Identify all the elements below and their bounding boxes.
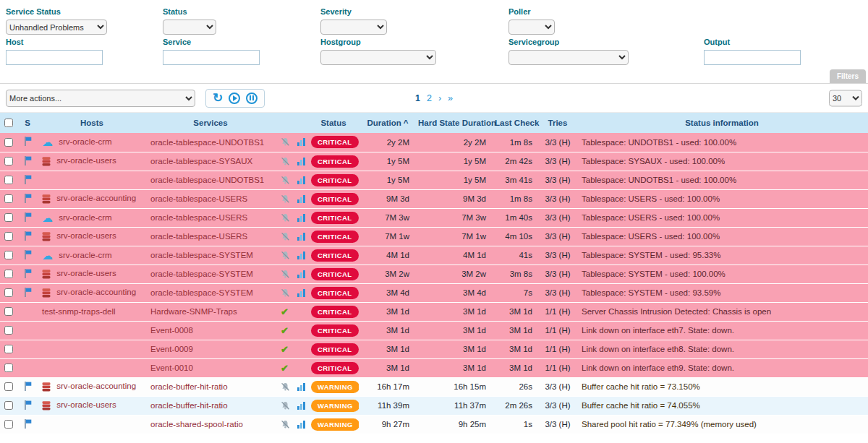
select-all-checkbox[interactable]	[4, 119, 13, 127]
poller-select[interactable]	[509, 20, 555, 35]
play-icon[interactable]	[229, 93, 240, 104]
service-link[interactable]: oracle-tablespace-SYSTEM	[150, 270, 253, 278]
row-checkbox[interactable]	[4, 382, 13, 391]
duration-cell: 3M 2w	[359, 264, 417, 283]
refresh-icon[interactable]: ↻	[213, 92, 223, 104]
service-link[interactable]: Event-0010	[150, 364, 193, 372]
next-page-icon[interactable]: ›	[438, 93, 441, 103]
chart-icon[interactable]	[297, 214, 305, 222]
service-link[interactable]: oracle-tablespace-UNDOTBS1	[150, 176, 264, 184]
host-input[interactable]	[6, 50, 103, 65]
chart-icon[interactable]	[297, 402, 305, 410]
chart-icon[interactable]	[297, 233, 305, 241]
status-badge: WARNING	[311, 418, 359, 431]
status-select[interactable]	[163, 20, 216, 35]
page-2[interactable]: 2	[427, 93, 432, 103]
chart-icon[interactable]	[297, 176, 305, 184]
more-actions-select[interactable]: More actions...	[6, 90, 195, 107]
table-row: ☁ oracle-shared-spool-ratio ✔ WARNING 9h…	[0, 415, 868, 434]
host-link[interactable]: srv-oracle-users	[56, 400, 116, 409]
host-link[interactable]: srv-oracle-users	[56, 231, 116, 240]
host-link[interactable]: srv-oracle-crm	[59, 250, 111, 259]
row-checkbox[interactable]	[4, 420, 13, 429]
service-link[interactable]: oracle-buffer-hit-ratio	[150, 401, 228, 410]
chart-icon[interactable]	[297, 158, 305, 165]
servicegroup-select[interactable]	[509, 50, 629, 65]
filters-tab[interactable]: Filters	[830, 69, 866, 83]
host-link[interactable]: srv-oracle-users	[56, 269, 116, 278]
host-link[interactable]: srv-oracle-accounting	[56, 288, 136, 296]
last-check-cell: 3M 1d	[493, 340, 540, 358]
host-link[interactable]: srv-oracle-crm	[59, 212, 111, 221]
service-status-table: S Hosts Services Status Duration^ Hard S…	[0, 113, 868, 434]
database-icon	[42, 157, 51, 166]
severity-select[interactable]	[320, 20, 387, 35]
service-link[interactable]: oracle-tablespace-USERS	[150, 232, 247, 241]
pause-icon[interactable]	[246, 93, 258, 104]
row-checkbox[interactable]	[4, 251, 13, 259]
service-link[interactable]: oracle-tablespace-SYSTEM	[150, 251, 253, 259]
host-link[interactable]: srv-oracle-accounting	[56, 194, 136, 202]
page-1[interactable]: 1	[415, 93, 420, 103]
last-check-cell: 1m 40s	[493, 208, 540, 227]
table-row: ☁ Event-0008 ✔ CRITICAL 3M 1d 3M 1d 3M 1…	[0, 321, 868, 340]
row-checkbox[interactable]	[4, 232, 13, 241]
row-checkbox[interactable]	[4, 213, 13, 222]
row-checkbox[interactable]	[4, 138, 13, 147]
output-input[interactable]	[704, 50, 801, 65]
host-link[interactable]: srv-oracle-accounting	[56, 382, 136, 390]
host-link[interactable]: srv-oracle-crm	[59, 137, 111, 146]
service-link[interactable]: Event-0009	[150, 345, 193, 353]
service-link[interactable]: oracle-tablespace-USERS	[150, 213, 247, 222]
service-status-select[interactable]: Unhandled Problems	[6, 20, 107, 35]
chart-icon[interactable]	[297, 251, 305, 259]
col-status-information[interactable]: Status information	[576, 113, 868, 133]
col-status[interactable]: Status	[308, 113, 359, 133]
chart-icon[interactable]	[297, 421, 305, 429]
page-size: 30	[829, 90, 862, 106]
col-hard-state-duration[interactable]: Hard State Duration	[417, 113, 493, 133]
service-link[interactable]: oracle-tablespace-UNDOTBS1	[150, 138, 264, 147]
row-checkbox[interactable]	[4, 157, 13, 165]
chart-icon[interactable]	[297, 138, 305, 146]
hostgroup-select[interactable]	[320, 50, 436, 65]
service-link[interactable]: oracle-tablespace-SYSAUX	[150, 157, 252, 165]
chart-icon[interactable]	[297, 289, 305, 297]
col-last-check[interactable]: Last Check	[493, 113, 540, 133]
col-s[interactable]: S	[17, 113, 38, 133]
row-checkbox[interactable]	[4, 176, 13, 184]
col-hosts[interactable]: Hosts	[38, 113, 146, 133]
page-size-select[interactable]: 30	[829, 90, 862, 106]
service-link[interactable]: oracle-buffer-hit-ratio	[150, 382, 228, 391]
service-link[interactable]: Hardware-SNMP-Traps	[150, 307, 237, 316]
row-checkbox[interactable]	[4, 345, 13, 353]
service-link[interactable]: Event-0008	[150, 326, 193, 335]
tries-cell: 3/3 (H)	[540, 133, 576, 152]
service-input[interactable]	[163, 50, 260, 65]
row-checkbox[interactable]	[4, 307, 13, 316]
filter-service: Service	[163, 38, 260, 65]
row-checkbox[interactable]	[4, 194, 13, 203]
col-duration[interactable]: Duration^	[359, 113, 417, 133]
notifications-muted-icon	[281, 270, 290, 279]
last-check-cell: 7s	[493, 283, 540, 302]
row-checkbox[interactable]	[4, 270, 13, 278]
host-link[interactable]: test-snmp-traps-dell	[42, 307, 116, 316]
col-services[interactable]: Services	[146, 113, 275, 133]
service-link[interactable]: oracle-tablespace-USERS	[150, 194, 247, 203]
row-checkbox[interactable]	[4, 364, 13, 372]
row-checkbox[interactable]	[4, 401, 13, 410]
col-tries[interactable]: Tries	[540, 113, 576, 133]
service-link[interactable]: oracle-tablespace-SYSTEM	[150, 288, 253, 297]
chart-icon[interactable]	[297, 195, 305, 203]
last-page-icon[interactable]: »	[448, 93, 453, 103]
host-link[interactable]: srv-oracle-users	[56, 156, 116, 165]
service-link[interactable]: oracle-shared-spool-ratio	[150, 420, 243, 429]
row-checkbox[interactable]	[4, 288, 13, 297]
chart-icon[interactable]	[297, 270, 305, 278]
chart-icon[interactable]	[297, 383, 305, 391]
tries-cell: 3/3 (H)	[540, 246, 576, 264]
tries-cell: 1/1 (H)	[540, 321, 576, 340]
last-check-cell: 1s	[493, 415, 540, 434]
row-checkbox[interactable]	[4, 326, 13, 335]
